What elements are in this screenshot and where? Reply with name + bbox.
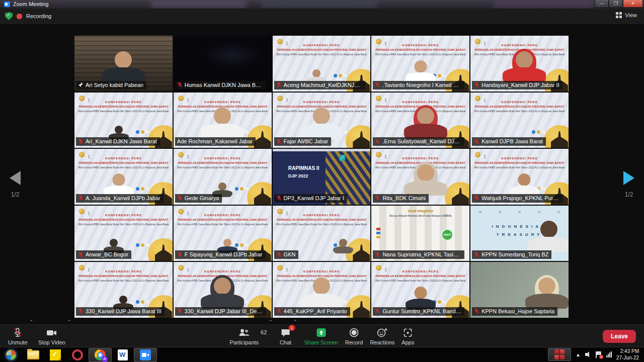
muted-mic-icon xyxy=(276,252,282,257)
participant-tile[interactable]: KONFERENSI PERSPERWAKILAN KEMENTERIAN KE… xyxy=(371,262,469,318)
chat-button[interactable]: 1 Chat xyxy=(280,327,291,345)
participant-tile[interactable]: KONFERENSI PERSPERWAKILAN KEMENTERIAN KE… xyxy=(74,93,173,148)
view-button[interactable]: View xyxy=(616,12,637,18)
unmute-options-chevron[interactable]: ⌃ xyxy=(30,319,34,324)
participant-name: 330_Kanwil DJP Jabar III_Dewi Hera... xyxy=(185,308,263,314)
banner-title: KONFERENSI PERS xyxy=(470,101,569,104)
window-title: Zoom Meeting xyxy=(13,1,48,7)
minimize-button[interactable]: — xyxy=(595,0,609,8)
person-head xyxy=(112,173,125,186)
participant-tile[interactable]: KONFERENSI PERSPERWAKILAN KEMENTERIAN KE… xyxy=(74,262,173,318)
participant-name: Guntur Sumitro_KPKNL Bandung xyxy=(382,308,461,314)
participant-name-tag: Nana Supriatna_KPKNL Tasikmalaya xyxy=(373,250,464,259)
word-button[interactable] xyxy=(112,348,134,362)
banner-title: KONFERENSI PERS xyxy=(273,44,371,47)
banner-title: KONFERENSI PERS xyxy=(74,214,173,217)
taskbar-clock[interactable]: 2:43 PM 27-Jun-22 xyxy=(616,348,639,361)
next-page-arrow-icon[interactable] xyxy=(623,171,634,185)
reactions-button[interactable]: Reactions xyxy=(370,327,394,345)
participant-tile[interactable]: KONFERENSI PERSPERWAKILAN KEMENTERIAN KE… xyxy=(174,206,272,261)
participant-name: .Erna Sulistyowati_Kanwil DJP Jawa ... xyxy=(382,138,461,144)
leave-button[interactable]: Leave xyxy=(603,330,636,343)
action-center-flag-icon[interactable]: ✕ xyxy=(596,351,602,358)
participant-tile[interactable]: KONFERENSI PERSPERWAKILAN KEMENTERIAN KE… xyxy=(273,262,371,318)
person-head xyxy=(119,296,127,304)
slide-subtitle: DJP 2022 xyxy=(288,173,308,178)
volume-icon[interactable] xyxy=(585,351,591,357)
record-button[interactable]: Record xyxy=(345,327,363,345)
video-options-chevron[interactable]: ⌃ xyxy=(67,319,71,324)
tray-app-button[interactable] xyxy=(548,348,571,361)
chat-options-chevron[interactable]: ⌃ xyxy=(293,319,297,324)
banner-subtitle: PERWAKILAN KEMENTERIAN KEUANGAN PROVINSI… xyxy=(474,161,565,164)
zoom-taskbar-button[interactable] xyxy=(134,348,157,362)
person-figure xyxy=(526,221,569,254)
gallery-next-page[interactable]: 1/2 xyxy=(614,171,644,198)
close-button[interactable]: ✕ xyxy=(623,0,643,8)
banner-title: KONFERENSI PERS xyxy=(273,270,371,273)
sticky-notes-button[interactable] xyxy=(44,348,66,362)
prev-page-arrow-icon[interactable] xyxy=(10,171,21,185)
participant-tile[interactable]: KONFERENSI PERSPERWAKILAN KEMENTERIAN KE… xyxy=(470,149,569,205)
file-explorer-button[interactable] xyxy=(22,348,44,362)
participant-tile[interactable]: KONFERENSI PERSPERWAKILAN KEMENTERIAN KE… xyxy=(273,206,371,261)
participant-tile[interactable]: Zona IntegritasMenuju Wilayah Birokrasi … xyxy=(371,206,469,261)
zoom-camera-icon xyxy=(140,349,151,360)
banner-subtitle: PERWAKILAN KEMENTERIAN KEUANGAN PROVINSI… xyxy=(78,161,169,164)
banner-mini-logos xyxy=(334,74,347,77)
opera-button[interactable] xyxy=(66,348,89,362)
apps-button[interactable]: Apps xyxy=(401,327,414,345)
participant-tile[interactable]: KONFERENSI PERSPERWAKILAN KEMENTERIAN KE… xyxy=(371,149,469,205)
participant-tile[interactable]: Ari Setyo kabid Pabean xyxy=(74,36,173,92)
page-indicator: 1/2 xyxy=(614,191,644,198)
person-shoulders xyxy=(300,124,343,139)
participant-tile[interactable]: KONFERENSI PERSPERWAKILAN KEMENTERIAN KE… xyxy=(371,36,469,92)
treasury-marks xyxy=(470,211,569,214)
participant-tile[interactable]: KONFERENSI PERSPERWAKILAN KEMENTERIAN KE… xyxy=(74,206,173,261)
participant-tile[interactable]: KONFERENSI PERSPERWAKILAN KEMENTERIAN KE… xyxy=(174,262,272,318)
slide-title: RAPIMNAS II xyxy=(288,165,319,171)
maximize-button[interactable]: ❐ xyxy=(609,0,623,8)
participant-tile[interactable]: KONFERENSI PERSPERWAKILAN KEMENTERIAN KE… xyxy=(470,93,569,148)
participant-tile[interactable]: KONFERENSI PERSPERWAKILAN KEMENTERIAN KE… xyxy=(174,93,272,148)
participant-tile[interactable]: Humas Kanwil DJKN Jawa Barat xyxy=(174,36,272,92)
stop-video-button[interactable]: Stop Video xyxy=(38,327,65,345)
participant-tile[interactable]: RAPIMNAS IIDJP 2022⤢ DP3_Kanwil DJP Jaba… xyxy=(273,149,371,205)
participant-tile[interactable]: KONFERENSI PERSPERWAKILAN KEMENTERIAN KE… xyxy=(273,93,371,148)
banner-caption: Rilis Kinerja APBN Jawa Barat Bulan Mei … xyxy=(174,166,272,169)
chrome-button[interactable]: A xyxy=(89,348,112,362)
participant-tile[interactable]: KONFERENSI PERSPERWAKILAN KEMENTERIAN KE… xyxy=(470,36,569,92)
windows-taskbar: A xyxy=(0,347,644,362)
hidden-icons-chevron[interactable]: ▲ xyxy=(576,352,581,357)
share-screen-button[interactable]: Share Screen xyxy=(304,327,338,345)
person-shoulders xyxy=(333,246,353,253)
network-signal-icon[interactable] xyxy=(606,351,612,357)
participants-options-chevron[interactable]: ⌃ xyxy=(269,319,273,324)
muted-mic-icon xyxy=(474,82,479,87)
building-silhouette xyxy=(254,188,271,205)
participant-name-tag: Ari Setyo kabid Pabean xyxy=(76,81,146,89)
gallery-prev-page[interactable]: 1/2 xyxy=(0,171,30,198)
word-icon xyxy=(118,349,128,360)
red-grid-icon xyxy=(554,349,565,359)
participant-tile[interactable]: KPPN Bekasi_Hajoe Saptaria xyxy=(470,262,569,318)
banner-title: KONFERENSI PERS xyxy=(74,157,173,160)
unmute-button[interactable]: Unmute xyxy=(8,327,28,345)
start-button[interactable] xyxy=(0,348,22,362)
banner-subtitle: PERWAKILAN KEMENTERIAN KEUANGAN PROVINSI… xyxy=(78,218,169,221)
person-head xyxy=(115,51,132,68)
participant-tile[interactable]: INDONESIANTREASURY KPPN Sumedang_Toriq B… xyxy=(470,206,569,261)
zona-title: Zona Integritas xyxy=(371,209,469,213)
participant-tile[interactable]: KONFERENSI PERSPERWAKILAN KEMENTERIAN KE… xyxy=(174,149,272,205)
participant-tile[interactable]: KONFERENSI PERSPERWAKILAN KEMENTERIAN KE… xyxy=(273,36,371,92)
participants-button[interactable]: Participants xyxy=(230,327,259,345)
participant-tile[interactable]: KONFERENSI PERSPERWAKILAN KEMENTERIAN KE… xyxy=(371,93,469,148)
banner-mini-logos xyxy=(136,130,149,134)
video-stage: Ari Setyo kabid Pabean Humas Kanwil DJKN… xyxy=(0,24,644,324)
participant-name: Aceng Machmud_KwlDJKNJabar xyxy=(284,82,362,88)
person-shoulders xyxy=(503,67,546,82)
participant-name-tag: Wahjudi Prajogo_KPKNL Purwakarta xyxy=(472,194,563,203)
participant-tile[interactable]: KONFERENSI PERSPERWAKILAN KEMENTERIAN KE… xyxy=(74,149,173,205)
muted-mic-icon xyxy=(177,308,183,314)
participant-name-tag: Ari_Kanwil DJKN Jawa Barat xyxy=(76,137,160,146)
